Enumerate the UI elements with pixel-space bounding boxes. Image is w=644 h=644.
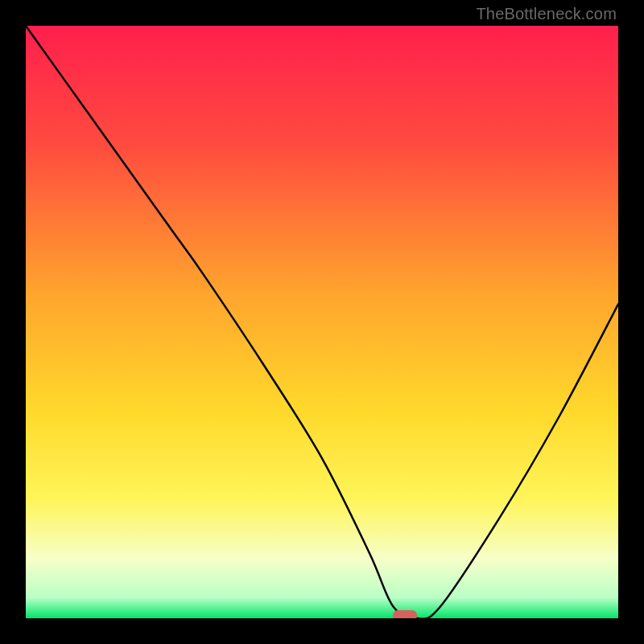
optimal-marker bbox=[393, 610, 417, 618]
gradient-background bbox=[26, 26, 618, 618]
watermark-text: TheBottleneck.com bbox=[476, 5, 617, 23]
chart-area bbox=[26, 26, 618, 618]
outer-frame: TheBottleneck.com bbox=[0, 0, 644, 644]
chart-svg bbox=[26, 26, 618, 618]
